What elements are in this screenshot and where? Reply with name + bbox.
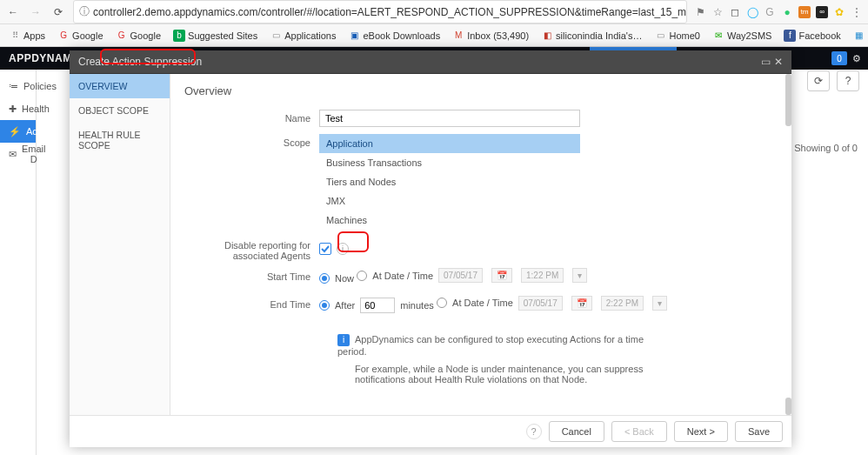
actions-icon: ⚡ bbox=[9, 126, 21, 137]
gmail-icon: M bbox=[452, 30, 464, 42]
google-icon: G bbox=[57, 30, 70, 42]
bookmark-apps[interactable]: ⠿Apps bbox=[5, 28, 49, 43]
name-input[interactable] bbox=[319, 110, 580, 127]
minimize-icon[interactable]: ▭ bbox=[761, 56, 771, 68]
end-time-field[interactable]: 2:22 PM bbox=[601, 296, 644, 311]
save-button[interactable]: Save bbox=[735, 421, 783, 442]
ext-tm-icon[interactable]: tm bbox=[798, 6, 811, 18]
ext-g-icon[interactable]: G bbox=[764, 6, 776, 18]
email-icon: ✉ bbox=[9, 149, 17, 160]
end-time-chevron-icon[interactable]: ▾ bbox=[652, 296, 667, 311]
rail-policies[interactable]: ≔Policies bbox=[0, 75, 36, 97]
start-now-radio[interactable]: Now bbox=[319, 273, 354, 284]
bookmarks-bar: ⠿Apps GGoogle GGoogle bSuggested Sites ▭… bbox=[0, 24, 868, 47]
bing-icon: b bbox=[173, 30, 185, 42]
close-icon[interactable]: ✕ bbox=[774, 56, 783, 68]
back-icon[interactable]: ← bbox=[5, 4, 21, 20]
start-date-field[interactable]: 07/05/17 bbox=[438, 268, 483, 283]
star-icon[interactable]: ☆ bbox=[711, 6, 724, 18]
end-minutes-input[interactable] bbox=[360, 298, 395, 313]
bookmark-ebook[interactable]: ▣eBook Downloads bbox=[345, 28, 444, 43]
start-time-field[interactable]: 1:22 PM bbox=[521, 268, 564, 283]
ext-circle-icon[interactable]: ◯ bbox=[746, 6, 758, 18]
end-after-radio[interactable]: After minutes bbox=[319, 298, 434, 313]
end-date-field[interactable]: 07/05/17 bbox=[518, 296, 563, 311]
info-block: iAppDynamics can be configured to stop e… bbox=[337, 334, 668, 385]
modal-footer: ? Cancel < Back Next > Save bbox=[70, 415, 791, 447]
browser-toolbar: ← → ⟳ ⓘ controller2.demo.appdynamics.com… bbox=[0, 0, 868, 24]
panel-heading: Overview bbox=[184, 84, 778, 97]
bookmark-facebook[interactable]: fFacebook bbox=[780, 28, 844, 43]
page-icon: ▭ bbox=[654, 30, 666, 42]
next-button[interactable]: Next > bbox=[674, 421, 728, 442]
way2sms-icon: ✉ bbox=[712, 30, 724, 42]
rail-email[interactable]: ✉Email D bbox=[0, 143, 36, 165]
bookmark-lightning[interactable]: ▦lightningnewtab bbox=[850, 28, 868, 43]
end-at-radio[interactable]: At Date / Time 07/05/17 📅 2:22 PM ▾ bbox=[437, 296, 671, 311]
scope-application[interactable]: Application bbox=[319, 134, 580, 153]
health-icon: ✚ bbox=[9, 104, 17, 115]
notification-badge[interactable]: 0 bbox=[831, 51, 847, 65]
omnibox-icons: ⚑ ☆ ◻ ◯ G ● tm ∞ ✿ ⋮ bbox=[694, 6, 863, 18]
start-at-radio[interactable]: At Date / Time 07/05/17 📅 1:22 PM ▾ bbox=[357, 268, 591, 283]
flag-icon[interactable]: ⚑ bbox=[694, 6, 706, 18]
ext-square-icon[interactable]: ◻ bbox=[729, 6, 741, 18]
side-tab-object-scope[interactable]: OBJECT SCOPE bbox=[70, 98, 170, 123]
back-button: < Back bbox=[611, 421, 667, 442]
menu-icon[interactable]: ⋮ bbox=[851, 6, 863, 18]
scope-business-transactions[interactable]: Business Transactions bbox=[319, 153, 580, 172]
ext-dark-icon[interactable]: ∞ bbox=[816, 6, 828, 18]
adobe-icon: ▣ bbox=[349, 30, 361, 42]
policies-icon: ≔ bbox=[9, 81, 18, 92]
reload-icon[interactable]: ⟳ bbox=[50, 4, 66, 20]
refresh-button[interactable]: ⟳ bbox=[807, 70, 830, 91]
ext-bee-icon[interactable]: ✿ bbox=[833, 6, 845, 18]
info-badge-icon: i bbox=[337, 334, 350, 346]
google-icon: G bbox=[116, 30, 128, 42]
disable-reporting-checkbox[interactable] bbox=[319, 243, 331, 255]
scope-tiers-nodes[interactable]: Tiers and Nodes bbox=[319, 172, 580, 191]
info-icon[interactable]: i bbox=[337, 243, 349, 255]
site-info-icon[interactable]: ⓘ bbox=[79, 4, 90, 19]
scope-jmx[interactable]: JMX bbox=[319, 191, 580, 211]
help-button[interactable]: ? bbox=[837, 70, 859, 91]
apps-icon: ⠿ bbox=[9, 30, 21, 42]
scope-machines[interactable]: Machines bbox=[319, 211, 580, 230]
side-tab-health-rule-scope[interactable]: HEALTH RULE SCOPE bbox=[70, 123, 170, 157]
bookmark-inbox[interactable]: MInbox (53,490) bbox=[449, 28, 532, 43]
facebook-icon: f bbox=[784, 30, 796, 42]
modal-titlebar: Create Action Suppression ▭ ✕ bbox=[70, 50, 791, 74]
lightning-icon: ▦ bbox=[853, 30, 865, 42]
rail-actions[interactable]: ⚡Actions bbox=[0, 120, 36, 143]
overview-panel: Overview Name Scope Application Business… bbox=[170, 74, 791, 415]
silicon-icon: ◧ bbox=[541, 30, 553, 42]
panel-scrollbar[interactable] bbox=[785, 74, 791, 415]
showing-count: Showing 0 of 0 bbox=[794, 143, 858, 153]
modal-title-text: Create Action Suppression bbox=[78, 56, 202, 68]
left-rail: ≔Policies ✚Health ⚡Actions ✉Email D bbox=[0, 70, 37, 455]
end-cal-icon[interactable]: 📅 bbox=[571, 296, 592, 311]
bookmark-suggested[interactable]: bSuggested Sites bbox=[170, 28, 261, 43]
create-action-suppression-modal: Create Action Suppression ▭ ✕ OVERVIEW O… bbox=[70, 50, 791, 447]
bookmark-way2sms[interactable]: ✉Way2SMS bbox=[709, 28, 776, 43]
modal-side-tabs: OVERVIEW OBJECT SCOPE HEALTH RULE SCOPE bbox=[70, 74, 170, 415]
scope-label: Scope bbox=[184, 134, 319, 148]
page-icon: ▭ bbox=[270, 30, 282, 42]
rail-health[interactable]: ✚Health bbox=[0, 97, 36, 120]
ext-dot-icon[interactable]: ● bbox=[781, 6, 793, 18]
start-time-label: Start Time bbox=[184, 268, 319, 282]
end-time-label: End Time bbox=[184, 296, 319, 310]
cancel-button[interactable]: Cancel bbox=[549, 421, 604, 442]
gear-icon[interactable]: ⚙ bbox=[852, 53, 861, 64]
start-cal-icon[interactable]: 📅 bbox=[491, 268, 512, 283]
bookmark-google-1[interactable]: GGoogle bbox=[54, 28, 106, 43]
scope-list: Application Business Transactions Tiers … bbox=[319, 134, 580, 230]
side-tab-overview[interactable]: OVERVIEW bbox=[70, 74, 170, 98]
bookmark-google-2[interactable]: GGoogle bbox=[112, 28, 164, 43]
footer-help-icon[interactable]: ? bbox=[526, 424, 542, 439]
bookmark-applications[interactable]: ▭Applications bbox=[266, 28, 339, 43]
bookmark-home0[interactable]: ▭Home0 bbox=[651, 28, 703, 43]
address-bar[interactable]: ⓘ controller2.demo.appdynamics.com/contr… bbox=[73, 0, 687, 23]
bookmark-silicon[interactable]: ◧siliconindia India's… bbox=[537, 28, 645, 43]
start-time-chevron-icon[interactable]: ▾ bbox=[572, 268, 587, 283]
